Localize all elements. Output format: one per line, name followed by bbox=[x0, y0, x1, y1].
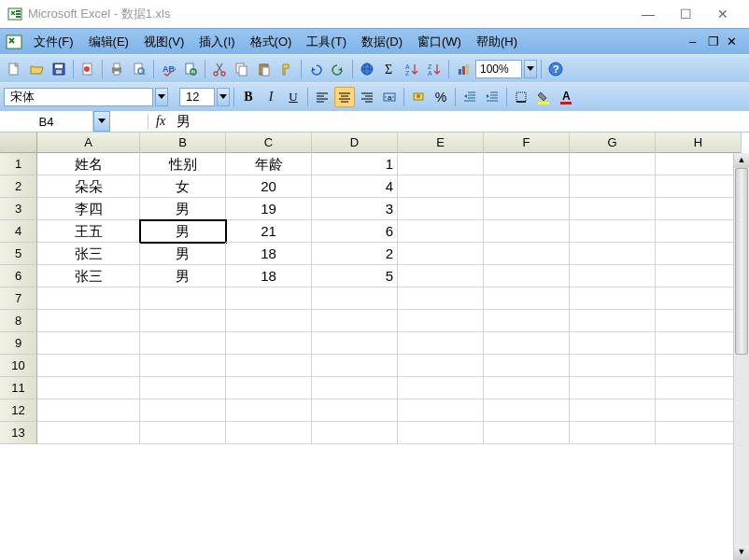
row-header-5[interactable]: 5 bbox=[0, 243, 37, 265]
vertical-scroll-thumb[interactable] bbox=[735, 168, 748, 355]
cell-C1[interactable]: 年龄 bbox=[226, 153, 312, 175]
cell-A9[interactable] bbox=[37, 332, 140, 355]
undo-button[interactable] bbox=[305, 59, 326, 79]
name-box-dropdown[interactable] bbox=[93, 111, 110, 132]
cell-E3[interactable] bbox=[398, 198, 484, 220]
menu-format[interactable]: 格式(O) bbox=[243, 32, 300, 52]
cell-H2[interactable] bbox=[656, 175, 742, 198]
cell-E5[interactable] bbox=[398, 243, 484, 265]
cell-A10[interactable] bbox=[37, 355, 140, 377]
cell-D10[interactable] bbox=[312, 355, 398, 377]
formula-input[interactable]: 男 bbox=[173, 113, 749, 131]
cell-F2[interactable] bbox=[484, 175, 570, 198]
row-header-3[interactable]: 3 bbox=[0, 198, 37, 220]
sort-desc-button[interactable]: ZA bbox=[424, 59, 445, 79]
scroll-down-button[interactable]: ▼ bbox=[734, 545, 749, 560]
align-right-button[interactable] bbox=[357, 87, 377, 107]
cell-G1[interactable] bbox=[570, 153, 656, 175]
copy-button[interactable] bbox=[232, 59, 252, 79]
chart-button[interactable] bbox=[453, 59, 473, 79]
cell-D13[interactable] bbox=[312, 422, 398, 444]
cell-B11[interactable] bbox=[140, 377, 226, 399]
row-header-11[interactable]: 11 bbox=[0, 377, 37, 399]
cell-C10[interactable] bbox=[226, 355, 312, 377]
currency-button[interactable] bbox=[408, 87, 429, 107]
cell-F13[interactable] bbox=[484, 422, 570, 444]
font-size-selector[interactable]: 12 bbox=[179, 88, 215, 106]
percent-button[interactable]: % bbox=[431, 87, 451, 107]
cell-E7[interactable] bbox=[398, 287, 484, 310]
menu-file[interactable]: 文件(F) bbox=[26, 32, 81, 52]
row-header-4[interactable]: 4 bbox=[0, 220, 37, 243]
cell-A2[interactable]: 朵朵 bbox=[37, 175, 140, 198]
merge-center-button[interactable]: a bbox=[379, 87, 400, 107]
row-header-8[interactable]: 8 bbox=[0, 310, 37, 332]
cell-E4[interactable] bbox=[398, 220, 484, 243]
cell-A4[interactable]: 王五 bbox=[37, 220, 140, 243]
cell-H8[interactable] bbox=[656, 310, 742, 332]
cell-G12[interactable] bbox=[570, 399, 656, 422]
cell-G9[interactable] bbox=[570, 332, 656, 355]
column-header-E[interactable]: E bbox=[398, 133, 484, 153]
menu-view[interactable]: 视图(V) bbox=[136, 32, 191, 52]
cell-C9[interactable] bbox=[226, 332, 312, 355]
scroll-up-button[interactable]: ▲ bbox=[734, 153, 749, 168]
cell-B3[interactable]: 男 bbox=[140, 198, 226, 220]
permission-button[interactable] bbox=[78, 59, 98, 79]
cell-D9[interactable] bbox=[312, 332, 398, 355]
redo-button[interactable] bbox=[328, 59, 348, 79]
cell-D1[interactable]: 1 bbox=[312, 153, 398, 175]
cell-C5[interactable]: 18 bbox=[226, 243, 312, 265]
cell-D8[interactable] bbox=[312, 310, 398, 332]
print-preview-button[interactable] bbox=[129, 59, 149, 79]
row-header-6[interactable]: 6 bbox=[0, 265, 37, 287]
cell-G3[interactable] bbox=[570, 198, 656, 220]
font-dropdown[interactable] bbox=[155, 88, 168, 106]
cell-C13[interactable] bbox=[226, 422, 312, 444]
column-header-B[interactable]: B bbox=[140, 133, 226, 153]
cell-F4[interactable] bbox=[484, 220, 570, 243]
cell-B9[interactable] bbox=[140, 332, 226, 355]
app-menu-icon[interactable] bbox=[6, 34, 22, 50]
cell-F12[interactable] bbox=[484, 399, 570, 422]
cell-H9[interactable] bbox=[656, 332, 742, 355]
bold-button[interactable]: B bbox=[238, 87, 259, 107]
spellcheck-button[interactable]: ABC bbox=[158, 59, 178, 79]
cell-E8[interactable] bbox=[398, 310, 484, 332]
column-header-F[interactable]: F bbox=[484, 133, 570, 153]
cell-A6[interactable]: 张三 bbox=[37, 265, 140, 287]
cell-D7[interactable] bbox=[312, 287, 398, 310]
cell-H1[interactable] bbox=[656, 153, 742, 175]
column-header-D[interactable]: D bbox=[312, 133, 398, 153]
cell-C2[interactable]: 20 bbox=[226, 175, 312, 198]
select-all-corner[interactable] bbox=[0, 133, 37, 153]
cell-H3[interactable] bbox=[656, 198, 742, 220]
cell-B10[interactable] bbox=[140, 355, 226, 377]
cell-E9[interactable] bbox=[398, 332, 484, 355]
hyperlink-button[interactable] bbox=[357, 59, 377, 79]
cell-F8[interactable] bbox=[484, 310, 570, 332]
cut-button[interactable] bbox=[209, 59, 230, 79]
cell-D4[interactable]: 6 bbox=[312, 220, 398, 243]
cell-B4[interactable]: 男 bbox=[140, 220, 226, 243]
cell-B13[interactable] bbox=[140, 422, 226, 444]
cell-F11[interactable] bbox=[484, 377, 570, 399]
row-header-12[interactable]: 12 bbox=[0, 399, 37, 422]
borders-button[interactable] bbox=[511, 87, 531, 107]
cell-C6[interactable]: 18 bbox=[226, 265, 312, 287]
sort-asc-button[interactable]: AZ bbox=[402, 59, 422, 79]
cell-B8[interactable] bbox=[140, 310, 226, 332]
row-header-7[interactable]: 7 bbox=[0, 287, 37, 310]
cell-H4[interactable] bbox=[656, 220, 742, 243]
zoom-dropdown[interactable] bbox=[524, 60, 537, 78]
cell-E1[interactable] bbox=[398, 153, 484, 175]
format-painter-button[interactable] bbox=[276, 59, 297, 79]
cell-F9[interactable] bbox=[484, 332, 570, 355]
column-header-C[interactable]: C bbox=[226, 133, 312, 153]
cell-C3[interactable]: 19 bbox=[226, 198, 312, 220]
cell-E6[interactable] bbox=[398, 265, 484, 287]
underline-button[interactable]: U bbox=[283, 87, 304, 107]
cell-E13[interactable] bbox=[398, 422, 484, 444]
cell-A1[interactable]: 姓名 bbox=[37, 153, 140, 175]
cell-F5[interactable] bbox=[484, 243, 570, 265]
